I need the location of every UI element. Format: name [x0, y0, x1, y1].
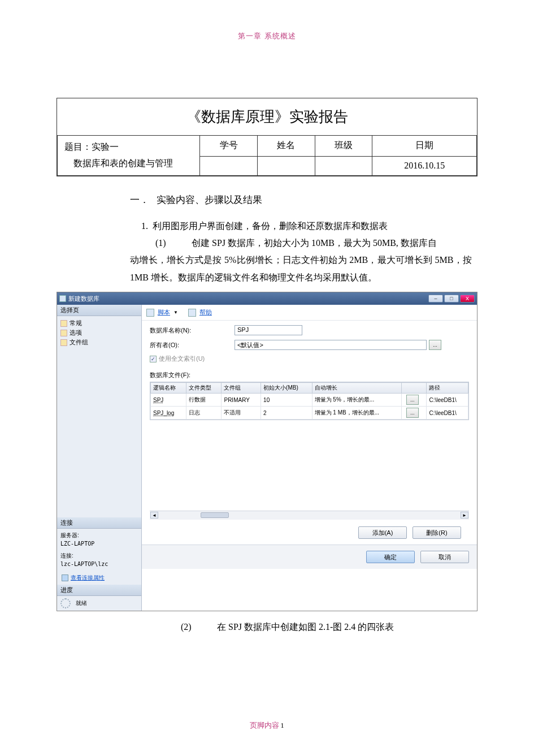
window-title: 新建数据库: [68, 295, 99, 303]
grid-row[interactable]: SPJ_log 日志 不适用 2 增量为 1 MB，增长的最... ... C:…: [151, 407, 468, 420]
progress-spinner-icon: [60, 598, 71, 608]
val-id: [200, 156, 258, 175]
cell-growbtn[interactable]: ...: [401, 407, 427, 420]
cell-logical[interactable]: SPJ: [151, 394, 186, 407]
page-footer: 页脚内容1: [0, 720, 534, 731]
connection-icon: [62, 574, 68, 581]
connection-header: 连接: [57, 517, 141, 529]
footer-page-number: 1: [280, 721, 284, 729]
section-1-heading: 一． 实验内容、步骤以及结果: [130, 193, 477, 206]
cell-grow: 增量为 1 MB，增长的最...: [312, 407, 401, 420]
cell-group: 不适用: [222, 407, 261, 420]
server-value: LZC-LAPTOP: [60, 539, 138, 548]
grow-edit-button[interactable]: ...: [406, 395, 419, 405]
minimize-button[interactable]: –: [428, 295, 443, 303]
section-text: 实验内容、步骤以及结果: [157, 195, 262, 205]
script-icon: [146, 309, 154, 317]
server-label: 服务器:: [60, 531, 138, 539]
val-date: 2016.10.15: [372, 156, 477, 175]
col-name: 姓名: [257, 136, 315, 157]
gh-group: 文件组: [222, 383, 261, 394]
view-connection-text: 查看连接属性: [71, 573, 105, 582]
cell-type: 行数据: [186, 394, 222, 407]
info-table: 题目：实验一 数据库和表的创建与管理 学号 姓名 班级 日期 2016.10.1…: [57, 135, 477, 176]
sub1-num: (1): [155, 235, 189, 252]
dialog-footer: 确定 取消: [142, 545, 477, 569]
sidebar-label: 常规: [70, 319, 82, 327]
scroll-right-icon[interactable]: ►: [461, 512, 468, 519]
owner-browse-button[interactable]: ...: [429, 340, 441, 350]
cell-logical[interactable]: SPJ_log: [151, 407, 186, 420]
horizontal-scrollbar[interactable]: ◄ ►: [150, 511, 469, 520]
sub-item-2: (2) 在 SPJ 数据库中创建如图 2.1-图 2.4 的四张表: [181, 621, 534, 633]
sidebar-item-options[interactable]: 选项: [59, 328, 139, 338]
col-id: 学号: [200, 136, 258, 157]
cell-init[interactable]: 2: [261, 407, 312, 420]
connection-label: 连接:: [60, 551, 138, 560]
maximize-button[interactable]: □: [444, 295, 459, 303]
topic-cell: 题目：实验一 数据库和表的创建与管理: [58, 136, 200, 176]
sub-item-1-first: (1) 创建 SPJ 数据库，初始大小为 10MB，最大为 50MB, 数据库自: [155, 235, 477, 252]
grid-header-row: 逻辑名称 文件类型 文件组 初始大小(MB) 自动增长 路径: [151, 383, 468, 394]
view-connection-link[interactable]: 查看连接属性: [60, 573, 138, 582]
script-button[interactable]: 脚本: [158, 308, 170, 317]
delete-button[interactable]: 删除(R): [413, 526, 461, 539]
scroll-thumb[interactable]: [201, 512, 229, 518]
grid-row[interactable]: SPJ 行数据 PRIMARY 10 增量为 5%，增长的最... ... C:…: [151, 394, 468, 407]
scroll-left-icon[interactable]: ◄: [150, 512, 158, 519]
owner-label: 所有者(O):: [150, 341, 235, 349]
page-icon: [60, 330, 67, 336]
ok-button[interactable]: 确定: [366, 551, 415, 563]
fulltext-checkbox[interactable]: ✓: [150, 356, 157, 362]
grow-edit-button[interactable]: ...: [406, 408, 419, 418]
file-button-row: 添加(A) 删除(R): [150, 523, 469, 542]
footer-text: 页脚内容: [250, 721, 279, 729]
form-area: 数据库名称(N): SPJ 所有者(O): <默认值> ... ✓ 使用全文索引…: [142, 321, 477, 545]
files-grid[interactable]: 逻辑名称 文件类型 文件组 初始大小(MB) 自动增长 路径 SPJ 行数据 P…: [150, 382, 469, 420]
item1-text: 利用图形用户界面创建，备份，删除和还原数据库和数据表: [153, 221, 388, 231]
sidebar: 选择页 常规 选项 文件组 连接 服务器: LZC-LAPTOP 连接: lzc…: [57, 305, 142, 611]
list-item-1: 1. 利用图形用户界面创建，备份，删除和还原数据库和数据表: [141, 218, 477, 235]
owner-input[interactable]: <默认值>: [235, 340, 427, 350]
ssms-new-database-dialog: 新建数据库 – □ X 选择页 常规 选项 文件组 连接 服务器: LZC-LA…: [57, 292, 477, 611]
sidebar-label: 文件组: [70, 338, 88, 347]
item1-num: 1.: [141, 218, 148, 235]
cancel-button[interactable]: 取消: [420, 551, 469, 563]
sub2-num: (2): [181, 622, 215, 632]
titlebar: 新建数据库 – □ X: [57, 292, 477, 305]
gh-type: 文件类型: [186, 383, 222, 394]
sub1-text-frag: 创建 SPJ 数据库，初始大小为 10MB，最大为 50MB, 数据库自: [192, 238, 437, 248]
page-header: 第一章 系统概述: [0, 0, 534, 41]
cell-path[interactable]: C:\leeDB1\: [427, 394, 468, 407]
cell-init[interactable]: 10: [261, 394, 312, 407]
close-button[interactable]: X: [460, 295, 475, 303]
col-date: 日期: [372, 136, 477, 157]
app-icon: [59, 295, 66, 302]
sidebar-label: 选项: [70, 329, 82, 337]
gh-grow: 自动增长: [312, 383, 401, 394]
sub1-continuation: 动增长，增长方式是按 5%比例增长；日志文件初始为 2MB，最大可增长到 5MB…: [130, 252, 477, 286]
dbname-label: 数据库名称(N):: [150, 326, 235, 335]
cell-group: PRIMARY: [222, 394, 261, 407]
add-button[interactable]: 添加(A): [358, 526, 407, 539]
cell-path[interactable]: C:\leeDB1\: [427, 407, 468, 420]
select-page-list: 常规 选项 文件组: [57, 316, 141, 353]
page-icon: [60, 320, 67, 327]
dropdown-arrow-icon[interactable]: ▼: [173, 310, 178, 315]
sidebar-item-general[interactable]: 常规: [59, 318, 139, 328]
connection-value: lzc-LAPTOP\lzc: [60, 560, 138, 568]
gh-path: 路径: [427, 383, 468, 394]
cell-grow: 增量为 5%，增长的最...: [312, 394, 401, 407]
sidebar-item-filegroups[interactable]: 文件组: [59, 338, 139, 347]
help-icon: [188, 309, 196, 317]
connection-info: 服务器: LZC-LAPTOP 连接: lzc-LAPTOP\lzc 查看连接属…: [57, 529, 141, 585]
gh-growbtn: [401, 383, 427, 394]
main-content: 《数据库原理》实验报告 题目：实验一 数据库和表的创建与管理 学号 姓名 班级 …: [0, 41, 534, 286]
cell-growbtn[interactable]: ...: [401, 394, 427, 407]
val-class: [315, 156, 372, 175]
sub2-text: 在 SPJ 数据库中创建如图 2.1-图 2.4 的四张表: [217, 622, 394, 632]
dbname-input[interactable]: SPJ: [235, 325, 302, 335]
col-class: 班级: [315, 136, 372, 157]
report-title: 《数据库原理》实验报告: [57, 98, 477, 135]
help-button[interactable]: 帮助: [199, 308, 212, 317]
